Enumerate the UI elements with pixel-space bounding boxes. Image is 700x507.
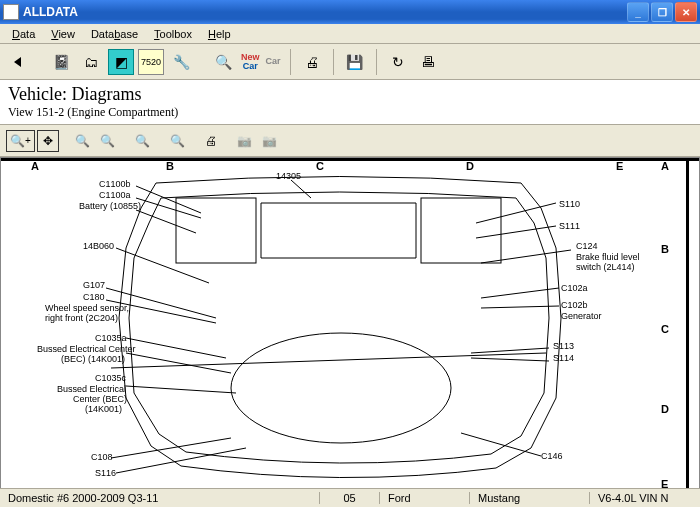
label-c146: C146 (541, 452, 563, 462)
label-generator: Generator (561, 312, 602, 322)
svg-point-2 (231, 333, 451, 443)
svg-line-4 (136, 198, 201, 218)
svg-line-19 (471, 348, 549, 353)
page-subtitle: View 151-2 (Engine Compartment) (8, 105, 692, 120)
svg-line-18 (481, 306, 559, 308)
menu-view[interactable]: View (43, 26, 83, 42)
menu-database[interactable]: Database (83, 26, 146, 42)
app-icon (3, 4, 19, 20)
status-model: Mustang (470, 492, 590, 504)
svg-line-20 (471, 358, 549, 361)
search-tool-icon[interactable]: 🔍 (210, 49, 236, 75)
label-wheel2: right front (2C204) (45, 314, 118, 324)
svg-line-16 (481, 250, 571, 263)
status-engine: V6-4.0L VIN N (590, 492, 700, 504)
label-c1100b: C1100b (99, 180, 131, 190)
label-c124: C124 (576, 242, 598, 252)
label-c102a: C102a (561, 284, 588, 294)
label-c180: C180 (83, 293, 105, 303)
svg-line-13 (116, 448, 246, 473)
svg-rect-1 (421, 198, 501, 263)
save-icon[interactable]: 💾 (342, 49, 368, 75)
zoom-out-button[interactable]: 🔍 (166, 132, 189, 150)
menu-toolbox[interactable]: Toolbox (146, 26, 200, 42)
label-s113: S113 (553, 342, 574, 352)
label-c108: C108 (91, 453, 113, 463)
menu-data[interactable]: Data (4, 26, 43, 42)
label-s116: S116 (95, 469, 116, 479)
vehicle-header: Vehicle: Diagrams View 151-2 (Engine Com… (0, 80, 700, 125)
diagram-canvas[interactable]: A B C D E A B C D E (0, 157, 700, 499)
label-bec2c: (14K001) (85, 405, 122, 415)
statusbar: Domestic #6 2000-2009 Q3-11 05 Ford Must… (0, 488, 700, 507)
svg-line-6 (116, 248, 209, 283)
minimize-button[interactable]: _ (627, 2, 649, 22)
label-s111: S111 (559, 222, 580, 232)
menubar: Data View Database Toolbox Help (0, 24, 700, 44)
menu-help[interactable]: Help (200, 26, 239, 42)
zoom-in-button[interactable]: 🔍+ (6, 130, 35, 152)
notebook-icon[interactable]: 📓 (48, 49, 74, 75)
print-icon[interactable]: 🖨 (299, 49, 325, 75)
printer-icon[interactable]: 🖶 (415, 49, 441, 75)
label-brake2: switch (2L414) (576, 263, 635, 273)
label-g107: G107 (83, 281, 105, 291)
number-button[interactable]: 7520 (138, 49, 164, 75)
close-button[interactable]: ✕ (675, 2, 697, 22)
status-year: 05 (320, 492, 380, 504)
car-button[interactable]: Car (265, 49, 282, 75)
svg-line-14 (476, 203, 556, 223)
window-title: ALLDATA (23, 5, 78, 19)
label-14b060: 14B060 (83, 242, 114, 252)
svg-line-9 (126, 338, 226, 358)
titlebar: ALLDATA _ ❐ ✕ (0, 0, 700, 24)
refresh-icon[interactable]: ↻ (385, 49, 411, 75)
svg-line-15 (476, 226, 556, 238)
wrench-icon[interactable]: 🔧 (168, 49, 194, 75)
main-toolbar: 📓 🗂 ◩ 7520 🔧 🔍 NewCar Car 🖨 💾 ↻ 🖶 (0, 44, 700, 80)
status-make: Ford (380, 492, 470, 504)
label-c102b: C102b (561, 301, 588, 311)
fit-button[interactable]: ✥ (37, 130, 59, 152)
label-bec1b: (BEC) (14K001) (61, 355, 125, 365)
diagram-toolbar: 🔍+ ✥ 🔍 🔍 🔍 🔍 🖨 📷 📷 (0, 125, 700, 157)
print-diagram-button[interactable]: 🖨 (201, 132, 221, 150)
status-database: Domestic #6 2000-2009 Q3-11 (0, 492, 320, 504)
svg-line-11 (126, 386, 236, 393)
label-s110: S110 (559, 200, 580, 210)
page-title: Vehicle: Diagrams (8, 84, 692, 105)
back-button[interactable] (6, 49, 32, 75)
label-14305: 14305 (276, 172, 301, 182)
zoom-plus-button[interactable]: 🔍 (96, 132, 119, 150)
camera2-button[interactable]: 📷 (258, 132, 281, 150)
zoom-100-button[interactable]: 🔍 (71, 132, 94, 150)
label-c1100a: C1100a (99, 191, 131, 201)
label-c1035c: C1035c (95, 374, 126, 384)
maximize-button[interactable]: ❐ (651, 2, 673, 22)
camera1-button[interactable]: 📷 (233, 132, 256, 150)
zoom-minus-button[interactable]: 🔍 (131, 132, 154, 150)
new-car-button[interactable]: NewCar (240, 49, 261, 75)
svg-line-21 (461, 433, 541, 456)
cards-icon[interactable]: 🗂 (78, 49, 104, 75)
label-c1035a: C1035a (95, 334, 127, 344)
svg-line-23 (111, 353, 546, 368)
app-teal-icon[interactable]: ◩ (108, 49, 134, 75)
label-battery: Battery (10855) (79, 202, 141, 212)
svg-line-22 (291, 180, 311, 198)
label-s114: S114 (553, 354, 574, 364)
